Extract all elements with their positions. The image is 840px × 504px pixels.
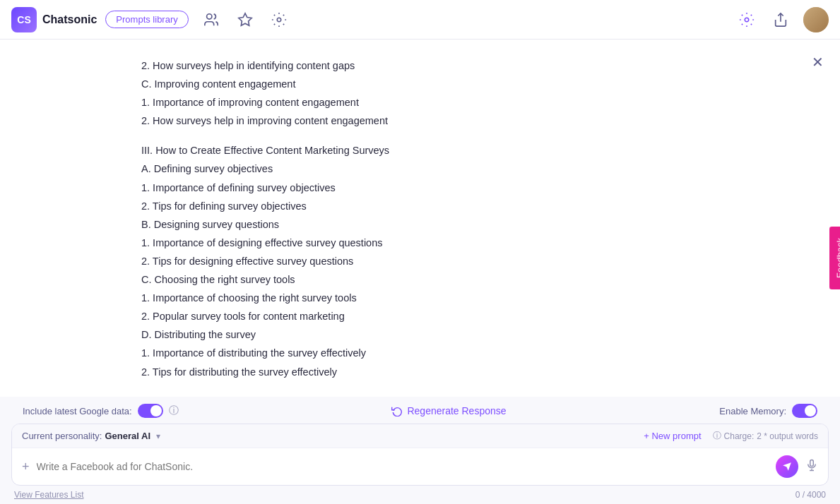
personality-right: + New prompt ⓘ Charge: 2 * output words (644, 430, 818, 442)
settings2-icon[interactable] (735, 8, 758, 31)
list-item: 2. Popular survey tools for content mark… (141, 307, 699, 325)
list-item: 1. Importance of improving content engag… (141, 93, 699, 112)
list-item: 1. Importance of defining survey objecti… (141, 179, 699, 197)
chevron-down-icon: ▾ (156, 431, 160, 441)
list-item: 1. Importance of choosing the right surv… (141, 289, 699, 307)
logo-area: CS Chatsonic (11, 7, 97, 32)
header-nav-icons (200, 8, 290, 31)
header-right (735, 7, 829, 32)
list-item: D. Distributing the survey (141, 325, 699, 344)
list-item: 2. Tips for distributing the survey effe… (141, 363, 699, 381)
list-item: 2. How surveys help in improving content… (141, 112, 699, 130)
charge-label: Charge: (724, 431, 755, 441)
personality-name: General AI (105, 431, 150, 441)
google-data-info-icon[interactable]: ⓘ (169, 404, 179, 417)
main-content: ✕ 2. How surveys help in identifying con… (0, 40, 840, 504)
personality-row: Current personality: General AI ▾ + New … (12, 424, 828, 448)
memory-toggle: Enable Memory: (719, 404, 817, 418)
share-icon[interactable] (769, 8, 792, 31)
chat-input[interactable] (37, 461, 769, 472)
list-item: C. Improving content engagement (141, 75, 699, 93)
prompts-library-button[interactable]: Prompts library (105, 11, 188, 28)
community-icon[interactable] (200, 8, 223, 31)
content-list: 2. How surveys help in identifying conte… (141, 56, 699, 381)
mic-button[interactable] (805, 459, 818, 475)
view-features-button[interactable]: View Features List (14, 490, 84, 500)
charge-info: ⓘ Charge: 2 * output words (713, 430, 818, 442)
logo-name: Chatsonic (42, 13, 97, 26)
svg-rect-4 (810, 460, 814, 466)
list-item: 2. How surveys help in identifying conte… (141, 56, 699, 75)
chat-area: ✕ 2. How surveys help in identifying con… (0, 40, 840, 397)
memory-label: Enable Memory: (719, 406, 786, 416)
logo-icon: CS (11, 7, 37, 32)
personality-left: Current personality: General AI ▾ (22, 431, 160, 441)
google-data-toggle-switch[interactable] (138, 404, 163, 418)
list-item: B. Designing survey questions (141, 215, 699, 234)
plus-button[interactable]: + (22, 460, 30, 474)
regenerate-button[interactable]: Regenerate Response (391, 405, 506, 416)
char-count: 0 / 4000 (795, 490, 826, 500)
feedback-tab[interactable]: Feedback (829, 227, 841, 289)
avatar[interactable] (803, 7, 829, 32)
charge-info-icon: ⓘ (713, 430, 721, 442)
list-item: A. Defining survey objectives (141, 160, 699, 178)
input-row: + (12, 448, 828, 485)
list-item: C. Choosing the right survey tools (141, 270, 699, 289)
memory-toggle-switch[interactable] (792, 404, 817, 418)
google-data-toggle: Include latest Google data: ⓘ (23, 404, 179, 418)
new-prompt-button[interactable]: + New prompt (644, 431, 701, 441)
footer-row: View Features List 0 / 4000 (11, 488, 829, 504)
google-data-label: Include latest Google data: (23, 406, 132, 416)
header: CS Chatsonic Prompts library (0, 0, 840, 40)
input-container: Current personality: General AI ▾ + New … (11, 424, 829, 486)
list-item: III. How to Create Effective Content Mar… (141, 141, 699, 160)
list-item: 1. Importance of distributing the survey… (141, 344, 699, 362)
send-button[interactable] (776, 455, 798, 478)
settings-icon[interactable] (268, 8, 290, 31)
plugins-icon[interactable] (234, 8, 256, 31)
svg-point-0 (206, 13, 211, 18)
charge-value: 2 * output words (757, 431, 818, 441)
list-item: 2. Tips for defining survey objectives (141, 197, 699, 215)
close-button[interactable]: ✕ (806, 51, 829, 73)
list-item: 1. Importance of designing effective sur… (141, 234, 699, 252)
list-item: 2. Tips for designing effective survey q… (141, 252, 699, 270)
personality-label: Current personality: (22, 431, 102, 441)
svg-point-1 (277, 18, 281, 22)
bottom-area: Include latest Google data: ⓘ Regenerate… (0, 397, 840, 504)
controls-row: Include latest Google data: ⓘ Regenerate… (11, 404, 829, 424)
svg-point-2 (745, 18, 749, 22)
